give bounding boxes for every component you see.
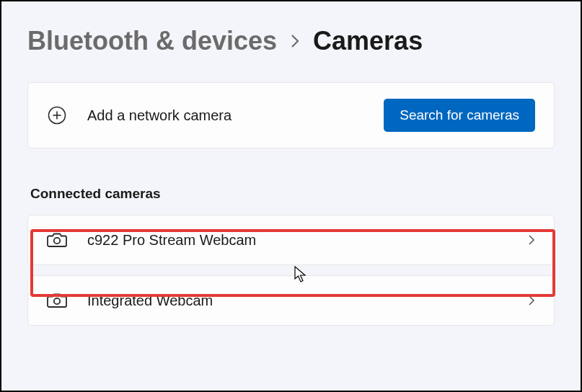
device-item-integrated[interactable]: Integrated Webcam [27, 275, 555, 326]
camera-icon [47, 292, 67, 309]
chevron-right-icon [528, 295, 535, 306]
svg-point-4 [54, 298, 60, 304]
device-item-c922[interactable]: c922 Pro Stream Webcam [27, 215, 555, 265]
search-for-cameras-button[interactable]: Search for cameras [384, 99, 535, 132]
chevron-right-icon [528, 234, 535, 246]
plus-circle-icon [47, 106, 67, 125]
device-label: Integrated Webcam [87, 293, 528, 309]
breadcrumb-current: Cameras [313, 26, 423, 56]
camera-icon [47, 231, 67, 249]
breadcrumb: Bluetooth & devices Cameras [27, 26, 555, 56]
section-header-connected-cameras: Connected cameras [27, 186, 555, 202]
chevron-right-icon [290, 33, 300, 49]
breadcrumb-parent[interactable]: Bluetooth & devices [27, 26, 277, 56]
add-network-camera-label: Add a network camera [87, 107, 384, 124]
add-network-camera-card: Add a network camera Search for cameras [27, 82, 555, 148]
device-label: c922 Pro Stream Webcam [87, 232, 528, 249]
svg-point-3 [54, 238, 60, 244]
